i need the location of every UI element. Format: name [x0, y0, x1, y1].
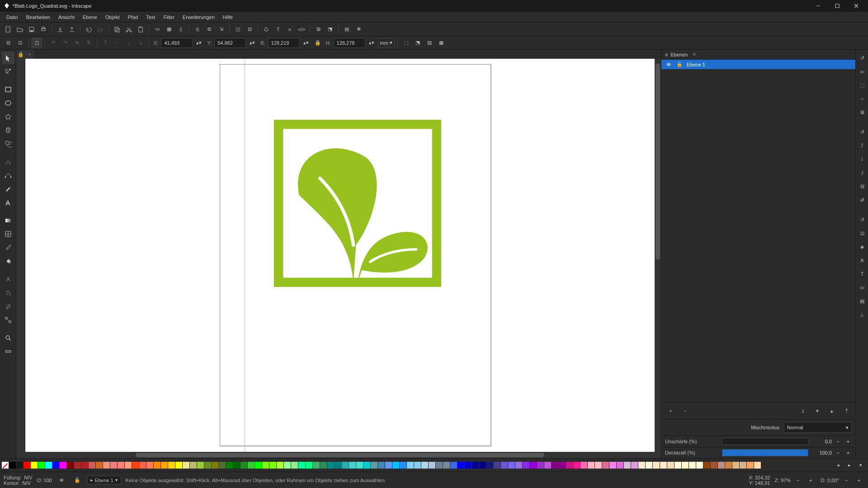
color-swatch[interactable] — [342, 462, 349, 469]
preferences-icon[interactable]: ✻ — [353, 24, 364, 35]
dock-new-icon[interactable]: ↺ — [856, 52, 868, 64]
flip-v-icon[interactable]: ⇅ — [83, 38, 94, 48]
spiral-tool-icon[interactable] — [2, 137, 14, 150]
color-swatch[interactable] — [450, 462, 457, 469]
status-lock-icon[interactable]: 🔓 — [72, 475, 83, 486]
color-swatch[interactable] — [320, 462, 327, 469]
color-swatch[interactable] — [349, 462, 356, 469]
dock-group-icon[interactable]: ⊟ — [856, 180, 868, 192]
color-swatch[interactable] — [559, 462, 566, 469]
color-swatch[interactable] — [725, 462, 732, 469]
color-swatch[interactable] — [212, 462, 218, 469]
opacity-indicator[interactable]: O: 100 — [37, 478, 52, 483]
status-visibility-icon[interactable]: 👁 — [57, 475, 67, 486]
dock-export-icon[interactable]: ⊞ — [856, 106, 868, 118]
zoom-tool-icon[interactable] — [2, 332, 14, 344]
color-swatch[interactable] — [385, 462, 392, 469]
lock-aspect-icon[interactable]: 🔒 — [312, 38, 323, 48]
menu-objekt[interactable]: Objekt — [102, 13, 123, 21]
color-swatch[interactable] — [523, 462, 529, 469]
dock-align-icon[interactable]: A — [856, 254, 868, 267]
remove-layer-button[interactable]: － — [679, 405, 690, 416]
close-icon[interactable]: ✕ — [692, 52, 696, 57]
w-stepper[interactable]: ▴▾ — [301, 38, 311, 48]
color-swatch[interactable] — [515, 462, 522, 469]
color-swatch[interactable] — [60, 462, 66, 469]
status-layer-select[interactable]: ▸Ebene 1▾ — [87, 476, 121, 484]
palette-scroll-left[interactable]: ◂ — [833, 460, 844, 471]
scale-stroke-icon[interactable]: ⬚ — [401, 38, 411, 48]
color-swatch[interactable] — [624, 462, 631, 469]
print-icon[interactable] — [38, 24, 49, 35]
color-swatch[interactable] — [667, 462, 674, 469]
color-swatch[interactable] — [711, 462, 717, 469]
ungroup-icon[interactable]: ⊟ — [244, 24, 255, 35]
dock-layers-icon[interactable]: ▤ — [856, 295, 868, 307]
color-swatch[interactable] — [327, 462, 334, 469]
color-swatch[interactable] — [154, 462, 160, 469]
dock-transform-icon[interactable]: ◈ — [856, 240, 868, 253]
color-swatch[interactable] — [89, 462, 95, 469]
menu-ebene[interactable]: Ebene — [79, 13, 101, 21]
dock-object-prop-icon[interactable]: ⊡ — [856, 227, 868, 239]
selector-tool-icon[interactable] — [2, 52, 14, 64]
color-swatch[interactable] — [696, 462, 703, 469]
color-swatch[interactable] — [9, 462, 16, 469]
color-swatch[interactable] — [298, 462, 305, 469]
color-swatch[interactable] — [190, 462, 197, 469]
rotate-cw-icon[interactable]: ↷ — [60, 38, 71, 48]
dock-text-icon[interactable]: T — [856, 267, 868, 280]
raise-icon[interactable]: ↑ — [112, 38, 123, 48]
color-swatch[interactable] — [269, 462, 276, 469]
layer-down-icon[interactable]: ▾ — [812, 405, 823, 416]
tweak-tool-icon[interactable] — [2, 273, 14, 286]
cut-icon[interactable] — [123, 24, 134, 35]
menu-hilfe[interactable]: Hilfe — [219, 13, 236, 21]
color-swatch[interactable] — [233, 462, 240, 469]
layer-row[interactable]: 👁 🔓 Ebene 1 — [661, 60, 855, 69]
rotation-value[interactable]: 0,00° — [827, 478, 839, 483]
layers-dialog-icon[interactable]: ≡ — [284, 24, 295, 35]
dock-ungroup-icon[interactable]: ⇄ — [856, 193, 868, 206]
mesh-tool-icon[interactable] — [2, 228, 14, 240]
color-swatch[interactable] — [241, 462, 247, 469]
export-icon[interactable] — [66, 24, 77, 35]
color-swatch[interactable] — [675, 462, 681, 469]
guide-vertical[interactable] — [245, 59, 245, 452]
text-tool-icon[interactable]: A — [2, 196, 14, 209]
menu-filter[interactable]: Filter — [160, 13, 178, 21]
calligraphy-tool-icon[interactable] — [2, 183, 14, 195]
horizontal-scrollbar[interactable] — [25, 452, 655, 458]
vertical-scrollbar[interactable] — [655, 59, 661, 452]
color-swatch[interactable] — [146, 462, 153, 469]
color-swatch[interactable] — [552, 462, 558, 469]
color-swatch[interactable] — [465, 462, 472, 469]
color-swatch[interactable] — [429, 462, 435, 469]
color-swatch[interactable] — [96, 462, 103, 469]
color-swatch[interactable] — [378, 462, 385, 469]
color-swatch[interactable] — [103, 462, 110, 469]
rotation-plus-button[interactable]: + — [854, 475, 864, 486]
color-swatch[interactable] — [740, 462, 746, 469]
group-icon[interactable]: ◫ — [232, 24, 243, 35]
color-swatch[interactable] — [436, 462, 443, 469]
x-stepper[interactable]: ▴▾ — [193, 38, 204, 48]
color-swatch[interactable] — [118, 462, 124, 469]
blur-slider[interactable] — [722, 438, 808, 445]
color-swatch[interactable] — [248, 462, 255, 469]
add-layer-button[interactable]: ＋ — [665, 405, 676, 416]
raise-top-icon[interactable]: ⤒ — [100, 38, 111, 48]
menu-datei[interactable]: Datei — [3, 13, 22, 21]
dock-prefs-icon[interactable]: ⊥ — [856, 308, 868, 321]
color-swatch[interactable] — [501, 462, 508, 469]
document-properties-icon[interactable]: ▤ — [341, 24, 352, 35]
3dbox-tool-icon[interactable] — [2, 124, 14, 136]
fill-stroke-indicator[interactable]: Füllung: N/V Kontur: N/V — [4, 475, 33, 486]
lower-bottom-icon[interactable]: ⤓ — [135, 38, 146, 48]
opacity-minus[interactable]: − — [835, 450, 842, 455]
color-swatch[interactable] — [660, 462, 667, 469]
node-tool-icon[interactable] — [2, 65, 14, 78]
color-swatch[interactable] — [494, 462, 500, 469]
layer-up-icon[interactable]: ▴ — [826, 405, 837, 416]
color-swatch[interactable] — [646, 462, 652, 469]
